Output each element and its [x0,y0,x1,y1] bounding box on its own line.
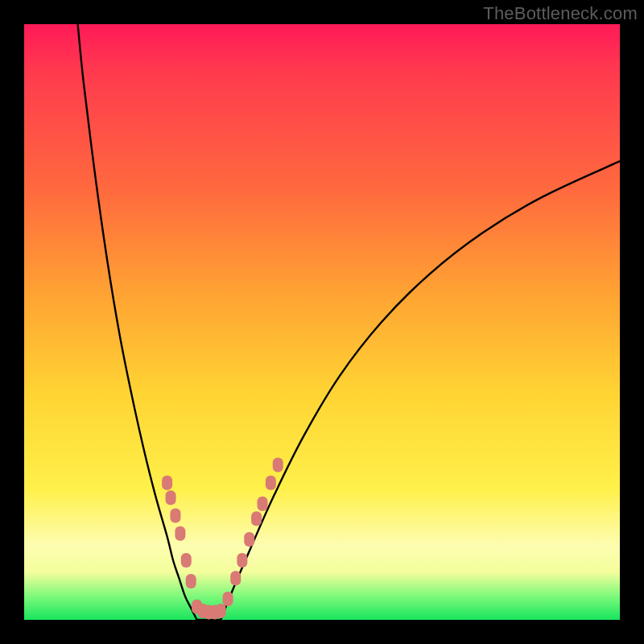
watermark-text: TheBottleneck.com [483,3,638,24]
highlight-dot [170,509,180,523]
highlight-dot [258,497,268,511]
highlight-dot [181,553,192,568]
highlight-dot [223,592,233,606]
highlight-dot [266,476,276,490]
highlight-dot [166,490,176,505]
highlight-dot [216,604,226,618]
curve-svg [24,24,620,620]
highlight-dot [186,574,196,588]
highlight-dot [237,553,247,568]
highlight-dot [244,532,254,547]
outer-frame: TheBottleneck.com [0,0,644,644]
highlight-dot [273,458,283,473]
marker-group [162,458,283,620]
plot-area [24,24,620,620]
highlight-dot [175,526,185,541]
bottleneck-curve [78,24,620,622]
highlight-dot [251,511,262,526]
highlight-dot [162,476,172,490]
highlight-dot [230,571,241,585]
